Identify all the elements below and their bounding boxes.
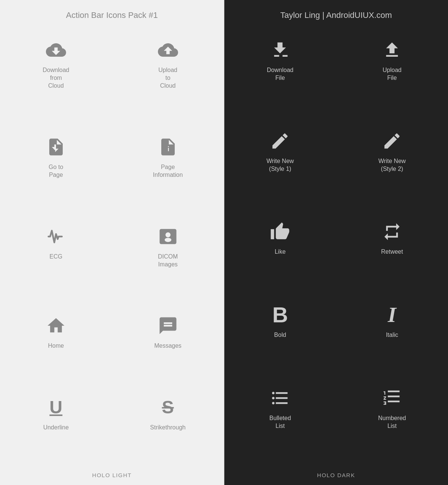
dark-footer: HOLO DARK — [317, 467, 355, 485]
bold-icon: B — [269, 304, 291, 326]
download-file-label: DownloadFile — [267, 66, 293, 82]
dark-panel-header: Taylor Ling | AndroidUIUX.com — [224, 0, 448, 28]
go-to-page-icon — [45, 136, 67, 158]
download-cloud-icon — [45, 39, 67, 61]
underline-cell: U Underline — [0, 385, 112, 467]
page-information-cell: PageInformation — [112, 125, 224, 214]
strikethrough-icon: S — [157, 396, 179, 419]
light-panel-header: Action Bar Icons Pack #1 — [0, 0, 224, 28]
download-file-cell: DownloadFile — [224, 28, 336, 119]
go-to-page-label: Go toPage — [49, 163, 63, 179]
write-new-2-cell: Write New(Style 2) — [336, 119, 448, 210]
strikethrough-label: Strikethrough — [150, 424, 186, 432]
download-cloud-label: DownloadfromCloud — [43, 66, 69, 90]
bulleted-list-label: BulletedList — [269, 414, 291, 430]
like-icon — [269, 220, 291, 243]
bold-label: Bold — [274, 331, 286, 339]
light-panel: Action Bar Icons Pack #1 DownloadfromClo… — [0, 0, 224, 485]
numbered-list-cell: NumberedList — [336, 376, 448, 467]
write-new-1-cell: Write New(Style 1) — [224, 119, 336, 210]
like-cell: Like — [224, 209, 336, 292]
numbered-list-label: NumberedList — [378, 414, 406, 430]
light-icon-grid: DownloadfromCloud UploadtoCloud Go toPag… — [0, 28, 224, 467]
write-new-1-icon — [269, 130, 291, 152]
retweet-cell: Retweet — [336, 209, 448, 292]
upload-file-cell: UploadFile — [336, 28, 448, 119]
upload-cloud-label: UploadtoCloud — [158, 66, 177, 90]
page-information-label: PageInformation — [153, 163, 183, 179]
bold-cell: B Bold — [224, 292, 336, 376]
numbered-list-icon — [381, 387, 403, 409]
dicom-images-icon — [157, 225, 179, 248]
upload-file-icon — [381, 39, 403, 61]
italic-icon: I — [381, 304, 403, 326]
bulleted-list-icon — [269, 387, 291, 409]
retweet-icon — [381, 220, 403, 243]
bulleted-list-cell: BulletedList — [224, 376, 336, 467]
ecg-cell: ECG — [0, 214, 112, 304]
home-cell: Home — [0, 303, 112, 385]
write-new-2-icon — [381, 130, 403, 152]
write-new-2-label: Write New(Style 2) — [378, 157, 406, 173]
light-footer: HOLO LIGHT — [92, 467, 132, 485]
ecg-icon — [45, 225, 67, 248]
dicom-images-cell: DICOMImages — [112, 214, 224, 304]
download-cloud-cell: DownloadfromCloud — [0, 28, 112, 125]
go-to-page-cell: Go toPage — [0, 125, 112, 214]
strikethrough-cell: S Strikethrough — [112, 385, 224, 467]
home-label: Home — [48, 342, 64, 350]
dark-panel: Taylor Ling | AndroidUIUX.com DownloadFi… — [224, 0, 448, 485]
home-icon — [45, 315, 67, 337]
messages-icon — [157, 315, 179, 337]
upload-cloud-icon — [157, 39, 179, 61]
retweet-label: Retweet — [381, 248, 403, 256]
italic-cell: I Italic — [336, 292, 448, 376]
upload-cloud-cell: UploadtoCloud — [112, 28, 224, 125]
upload-file-label: UploadFile — [383, 66, 402, 82]
ecg-label: ECG — [50, 253, 63, 261]
messages-label: Messages — [154, 342, 181, 350]
italic-label: Italic — [386, 331, 398, 339]
write-new-1-label: Write New(Style 1) — [267, 157, 294, 173]
download-file-icon — [269, 39, 291, 61]
dicom-images-label: DICOMImages — [158, 253, 178, 269]
like-label: Like — [275, 248, 286, 256]
svg-point-1 — [165, 232, 171, 238]
underline-icon: U — [45, 396, 67, 419]
underline-label: Underline — [43, 424, 69, 432]
dark-icon-grid: DownloadFile UploadFile Write New(Style … — [224, 28, 448, 467]
svg-point-2 — [165, 238, 171, 242]
page-information-icon — [157, 136, 179, 158]
messages-cell: Messages — [112, 303, 224, 385]
